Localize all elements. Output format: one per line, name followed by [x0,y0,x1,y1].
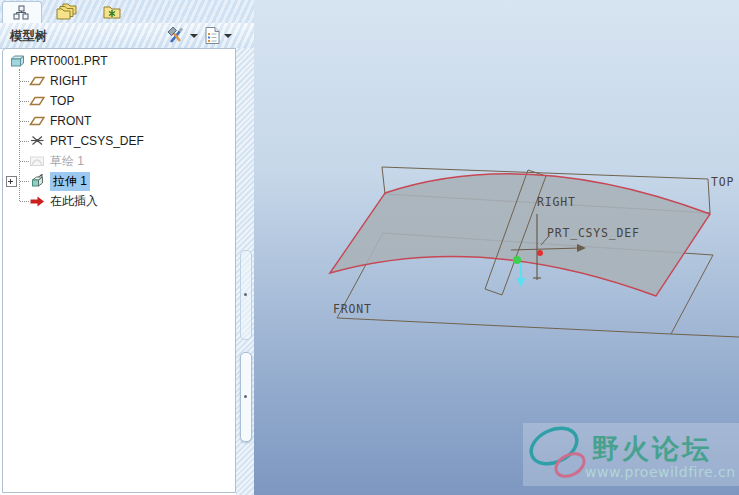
sketch-icon [29,153,46,169]
csys-y-arrowhead [517,278,526,287]
tab-favorites[interactable] [92,1,132,22]
tree-row-extrude[interactable]: 拉伸 1 [3,171,235,191]
insert-arrow-icon [29,193,46,209]
sash-collapse-handle[interactable] [240,250,252,340]
watermark-title: 野火论坛 [592,433,712,464]
model-tree-panel: PRT0001.PRT RIGHT TOP FRONT [2,48,236,493]
graphics-viewport[interactable]: TOP RIGHT FRONT PRT_CSYS_DEF 野火论坛 www.pr… [254,0,739,495]
tree-row-csys[interactable]: PRT_CSYS_DEF [3,131,235,151]
model-tree: PRT0001.PRT RIGHT TOP FRONT [3,49,235,211]
navigator-title: 模型树 [10,28,48,45]
extrude-icon [29,173,46,189]
tree-filters-button[interactable] [202,26,234,45]
tree-row-top-plane[interactable]: TOP [3,91,235,111]
filters-dropdown-caret [224,34,232,38]
tab-folder-browser[interactable] [46,1,88,22]
navigator-tabbar [0,0,254,24]
label-top-plane[interactable]: TOP [711,175,734,189]
proe-window: 模型树 [0,0,739,495]
navigator-header: 模型树 [0,23,254,49]
label-csys[interactable]: PRT_CSYS_DEF [547,226,640,240]
watermark: 野火论坛 www.proewildfire.cn [523,421,739,486]
model-tree-icon [13,5,31,21]
part-icon [9,53,26,69]
sash-drag-handle[interactable] [240,352,252,442]
watermark-url: www.proewildfire.cn [585,464,736,480]
sash-dot [244,395,247,398]
csys-icon [29,133,46,149]
tree-row-part[interactable]: PRT0001.PRT [3,51,235,71]
datum-plane-icon [29,73,46,89]
tree-row-front-plane[interactable]: FRONT [3,111,235,131]
label-front-plane[interactable]: FRONT [333,302,372,316]
tree-label: PRT_CSYS_DEF [50,134,144,148]
label-right-plane[interactable]: RIGHT [537,195,576,209]
folders-icon [55,3,79,20]
navigator-sash [236,48,254,495]
front-plane-edge-extension [671,334,739,337]
tree-settings-button[interactable] [163,26,200,45]
datum-plane-icon [29,113,46,129]
settings-dropdown-caret [190,34,198,38]
sash-dot [244,293,247,296]
tree-label: TOP [50,94,74,108]
tree-label: RIGHT [50,74,87,88]
tools-icon [165,26,187,45]
tree-row-right-plane[interactable]: RIGHT [3,71,235,91]
model-scene: TOP RIGHT FRONT PRT_CSYS_DEF 野火论坛 www.pr… [254,0,739,495]
tree-label-selected: 拉伸 1 [50,172,90,191]
tree-label: PRT0001.PRT [30,54,108,68]
tree-label: FRONT [50,114,91,128]
csys-origin-dot [513,256,521,264]
expand-plus-box[interactable] [6,176,17,187]
tree-label: 草绘 1 [50,153,84,170]
tree-row-sketch[interactable]: 草绘 1 [3,151,235,171]
checklist-icon [204,26,221,45]
tree-label: 在此插入 [50,193,98,210]
tree-row-insert-here[interactable]: 在此插入 [3,191,235,211]
folder-star-icon [102,4,122,20]
datum-plane-icon [29,93,46,109]
tab-model-tree[interactable] [2,1,42,23]
csys-red-dot [537,250,543,256]
